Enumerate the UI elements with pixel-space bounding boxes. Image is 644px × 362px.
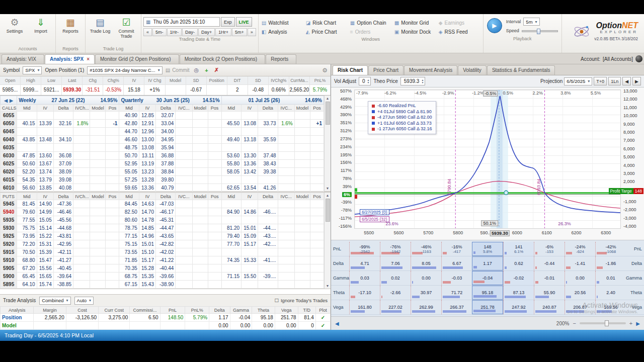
chain-cell[interactable]: [258, 216, 278, 224]
chain-cell[interactable]: [192, 136, 208, 144]
chain-cell[interactable]: [73, 216, 90, 224]
chain-cell[interactable]: [294, 112, 310, 120]
chain-cell[interactable]: [73, 240, 90, 248]
chain-cell[interactable]: [310, 240, 324, 248]
chain-column-header[interactable]: IV: [241, 105, 258, 112]
chain-cell[interactable]: [90, 208, 106, 216]
chain-cell[interactable]: 33.73: [258, 120, 278, 128]
chain-cell[interactable]: 15.33: [242, 256, 258, 264]
chain-cell[interactable]: 67.15: [119, 281, 139, 289]
chain-cell[interactable]: +1: [310, 120, 324, 128]
scroll-down-icon[interactable]: ▼: [326, 187, 330, 190]
chain-cell[interactable]: [242, 216, 258, 224]
search-icon[interactable]: ◎: [193, 67, 201, 73]
chain-cell[interactable]: [258, 144, 278, 152]
chain-cell[interactable]: [90, 281, 106, 289]
chain-cell[interactable]: [37, 128, 53, 136]
put-row[interactable]: 5930 75.7515.14-44.6878.7514.85-44.4781.…: [1, 224, 324, 232]
account-selector[interactable]: Account: [All Accounts]: [581, 55, 642, 64]
trade-analysis-column-header[interactable]: Commissi...: [130, 307, 160, 314]
trade-analysis-column-header[interactable]: PnL%: [185, 307, 209, 314]
chain-cell[interactable]: -42....: [258, 240, 278, 248]
strike-cell[interactable]: 5895: [1, 281, 17, 289]
chain-cell[interactable]: [310, 152, 324, 160]
chain-cell[interactable]: 13.23: [139, 168, 155, 176]
chain-cell[interactable]: 14.90: [37, 200, 53, 208]
chain-cell[interactable]: [90, 160, 106, 168]
chain-cell[interactable]: 73.55: [119, 248, 139, 256]
chain-cell[interactable]: 71.15: [221, 273, 241, 281]
chain-cell[interactable]: [106, 160, 119, 168]
chain-cell[interactable]: 13.54: [241, 184, 258, 192]
chain-cell[interactable]: [310, 176, 324, 184]
chain-cell[interactable]: [258, 128, 278, 136]
chain-cell[interactable]: [192, 281, 208, 289]
position-row[interactable]: Position 2,565.20-3,126.503,275.006.5014…: [1, 314, 331, 322]
chain-cell[interactable]: 35.59: [258, 136, 278, 144]
ribbon-button[interactable]: ☑ Commit Trade: [114, 15, 139, 39]
chain-cell[interactable]: 39.80: [155, 176, 175, 184]
chain-cell[interactable]: [278, 248, 294, 256]
chain-cell[interactable]: [310, 144, 324, 152]
document-tab[interactable]: Reports: [266, 54, 296, 64]
risk-panel-tab[interactable]: Volatility: [458, 65, 487, 75]
chain-cell[interactable]: 12.96: [139, 128, 155, 136]
chain-cell[interactable]: [192, 128, 208, 136]
chain-cell[interactable]: 15.22: [37, 232, 53, 240]
chain-column-header[interactable]: Pos: [310, 105, 324, 112]
chain-cell[interactable]: -43....: [258, 232, 278, 240]
chain-cell[interactable]: [176, 120, 192, 128]
puts-scrollbar[interactable]: ▲ ▼: [324, 193, 331, 289]
window-toggle[interactable]: ▦ Option Chain: [349, 18, 392, 27]
ribbon-button[interactable]: ⚙ Settings: [2, 15, 27, 34]
trade-analysis-column-header[interactable]: Theta: [252, 307, 275, 314]
chain-cell[interactable]: [106, 176, 119, 184]
chain-cell[interactable]: [176, 240, 192, 248]
chain-cell[interactable]: [192, 184, 208, 192]
chain-cell[interactable]: 38.84: [155, 168, 175, 176]
chain-cell[interactable]: [294, 248, 310, 256]
chain-cell[interactable]: [241, 128, 258, 136]
analysis-mode-select[interactable]: Combined ▾: [39, 297, 70, 305]
symbol-select[interactable]: SPX ▾: [23, 66, 42, 74]
chain-column-header[interactable]: Pos: [106, 105, 119, 112]
chain-cell[interactable]: [192, 168, 208, 176]
model-row[interactable]: Model 0.000.000.000.000✓: [1, 322, 331, 330]
chain-cell[interactable]: 14.86: [242, 208, 258, 216]
chain-cell[interactable]: -41....: [258, 256, 278, 264]
chain-cell[interactable]: 77.70: [221, 240, 241, 248]
chain-cell[interactable]: 65.45: [17, 273, 37, 281]
live-button[interactable]: LIVE: [236, 17, 252, 27]
gear-icon[interactable]: ⚙: [322, 67, 328, 74]
chain-cell[interactable]: [106, 208, 119, 216]
chain-cell[interactable]: [192, 256, 208, 264]
chain-cell[interactable]: [208, 128, 221, 136]
chain-cell[interactable]: [90, 120, 106, 128]
call-row[interactable]: 6045 44.7012.9634.00: [1, 128, 324, 136]
chain-cell[interactable]: 57.25: [119, 176, 139, 184]
chain-column-header[interactable]: IV: [139, 105, 155, 112]
time-step-button[interactable]: »: [248, 28, 256, 36]
chain-cell[interactable]: 15.01: [242, 224, 258, 232]
trade-analysis-column-header[interactable]: Curr Cost: [99, 307, 130, 314]
chain-cell[interactable]: 14.70: [139, 208, 155, 216]
chain-cell[interactable]: [90, 248, 106, 256]
chain-cell[interactable]: [278, 144, 294, 152]
document-tab[interactable]: Monitor Grid (2 Open Positions): [95, 54, 179, 64]
chain-column-header[interactable]: IVC...: [176, 105, 192, 112]
chain-cell[interactable]: [37, 112, 53, 120]
pan-left-icon[interactable]: ◀: [335, 321, 339, 326]
chain-cell[interactable]: [192, 152, 208, 160]
chain-cell[interactable]: [106, 136, 119, 144]
chain-cell[interactable]: [221, 144, 241, 152]
chain-cell[interactable]: [176, 256, 192, 264]
call-row[interactable]: 6025 50.6013.6737.0952.9513.1937.8855.80…: [1, 160, 324, 168]
chain-cell[interactable]: 52.95: [119, 160, 139, 168]
zoom-out-icon[interactable]: −: [573, 320, 576, 326]
chain-cell[interactable]: 75.75: [17, 224, 37, 232]
chain-cell[interactable]: -42.11: [53, 248, 73, 256]
chain-cell[interactable]: [73, 232, 90, 240]
zoom-slider-handle[interactable]: [605, 320, 609, 326]
document-tab[interactable]: Analysis: VIX: [2, 54, 44, 64]
chain-cell[interactable]: [90, 224, 106, 232]
